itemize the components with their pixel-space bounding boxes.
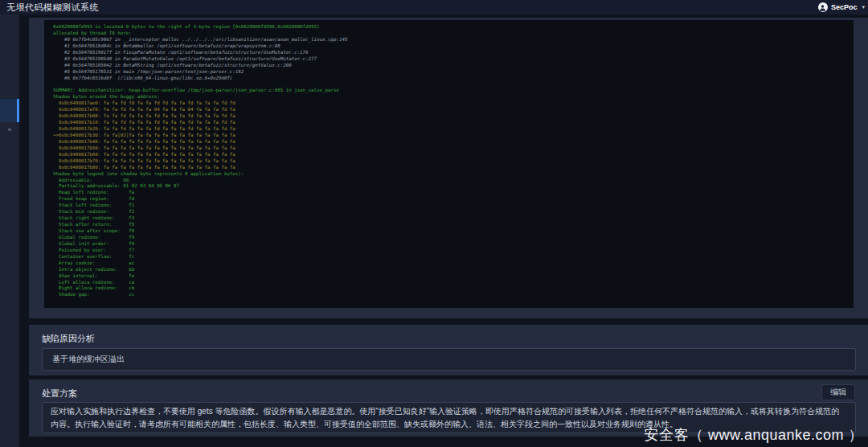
terminal-line: #1 0x56470518d84c in BetaWmalloc /opt1/s… [53, 43, 854, 50]
terminal-line: Stack after return: f5 [53, 222, 854, 228]
defect-analysis-content: 基于堆的缓冲区溢出 [42, 348, 856, 371]
terminal-line: 0x0c0480017b20: fa fa fd fa fa fa fd fa … [53, 126, 854, 133]
anquanke-watermark: 安全客（ www.anquanke.com ） [644, 425, 863, 445]
terminal-line: Array cookie: ac [53, 260, 854, 267]
terminal-line: Shadow bytes around the buggy address: [53, 94, 854, 100]
terminal-line: 0x0c0480017b40: fa fa fa fa fa fa fa fa … [53, 139, 854, 146]
sidebar-active-item[interactable] [0, 99, 19, 122]
terminal-line: 0x6020000fd993 is located 0 bytes to the… [53, 24, 854, 31]
app-title: 无垠代码模糊测试系统 [6, 2, 99, 14]
terminal-line: Stack right redzone: f3 [53, 215, 854, 222]
terminal-line: Shadow byte legend (one shadow byte repr… [53, 171, 854, 178]
terminal-line: Stack left redzone: f1 [53, 203, 854, 209]
defect-analysis-card: 缺陷原因分析 基于堆的缓冲区溢出 [29, 325, 868, 375]
terminal-line: Container overflow: fc [53, 254, 854, 260]
terminal-line: #2 0x56470519017f in FixupParaMutate /op… [53, 50, 854, 56]
terminal-line: Left alloca redzone: ca [53, 280, 854, 286]
terminal-line: allocated by thread T0 here: [53, 31, 854, 37]
terminal-line: 0x0c0480017af0: fa fa fd fa fa fa 04 fa … [53, 107, 854, 113]
terminal-line: Stack mid redzone: f2 [53, 209, 854, 215]
user-menu[interactable]: SecPoc ▾ [818, 0, 865, 14]
terminal-line: #5 0x564705178531 in main /tmp/json-pars… [53, 69, 854, 76]
sidebar-collapse-icon[interactable]: « [0, 124, 19, 135]
terminal-line: Stack use after scope: f8 [53, 228, 854, 235]
terminal-line: 0x0c0480017b80: fa fa fa fa fa fa fa fa … [53, 165, 854, 171]
terminal-line: 0x0c0480017ae0: fa fa fd fd fa fa fd fd … [53, 100, 854, 107]
terminal-line: #3 0x564705190540 in ParaGetMutateValue … [53, 56, 854, 63]
terminal-line: Intra object redzone: bb [53, 267, 854, 273]
terminal-line: SUMMARY: AddressSanitizer: heap-buffer-o… [53, 88, 854, 94]
terminal-line: Shadow gap: cc [53, 292, 854, 298]
terminal-line: Freed heap region: fd [53, 196, 854, 203]
defect-analysis-title: 缺陷原因分析 [42, 333, 95, 345]
terminal-line: Partially addressable: 01 02 03 04 05 06… [53, 183, 854, 190]
terminal-line: ASan internal: fe [53, 273, 854, 280]
terminal-line: #0 0x7fb4c05c9867 in __interceptor_mallo… [53, 37, 854, 43]
chevron-down-icon: ▾ [862, 4, 865, 10]
terminal-line: Global redzone: f9 [53, 235, 854, 241]
terminal-line: Addressable: 00 [53, 178, 854, 184]
terminal-line: 0x0c0480017b50: fa fa fa fa fa fa fa fa … [53, 146, 854, 152]
terminal-output[interactable]: 0x6020000fd993 is located 0 bytes to the… [44, 20, 854, 308]
terminal-line: 0x0c0480017b70: fa fa fa fa fa fa fa fa … [53, 158, 854, 165]
terminal-line: #4 0x564705185042 in BetaMString /opt1/s… [53, 63, 854, 69]
user-avatar-icon[interactable] [818, 2, 828, 12]
edit-button[interactable]: 编辑 [821, 384, 855, 400]
terminal-line: 0x0c0480017b60: fa fa fa fa fa fa fa fa … [53, 152, 854, 158]
disposal-plan-title: 处置方案 [42, 388, 77, 400]
top-header-bar: 无垠代码模糊测试系统 SecPoc ▾ [0, 0, 868, 14]
terminal-line: Poisoned by user: f7 [53, 248, 854, 254]
terminal-line: =>0x0c0480017b30: fa fa[03]fa fa fa fa f… [53, 133, 854, 139]
terminal-line: #6 0x7fb4c0316d0f (/lib/x86_64-linux-gnu… [53, 76, 854, 82]
terminal-line [53, 81, 854, 88]
terminal-line: Right alloca redzone: cb [53, 285, 854, 292]
terminal-line: Heap left redzone: fa [53, 190, 854, 196]
sidebar: « [0, 14, 19, 447]
terminal-line: 0x0c0480017b00: fa fa fd fa fa fa fd fa … [53, 113, 854, 120]
terminal-line: Global init order: f6 [53, 241, 854, 248]
terminal-line: 0x0c0480017b10: fa fa fd fa fa fa fd fa … [53, 120, 854, 126]
user-name[interactable]: SecPoc [831, 3, 858, 11]
crash-report-card: 0x6020000fd993 is located 0 bytes to the… [29, 18, 868, 318]
